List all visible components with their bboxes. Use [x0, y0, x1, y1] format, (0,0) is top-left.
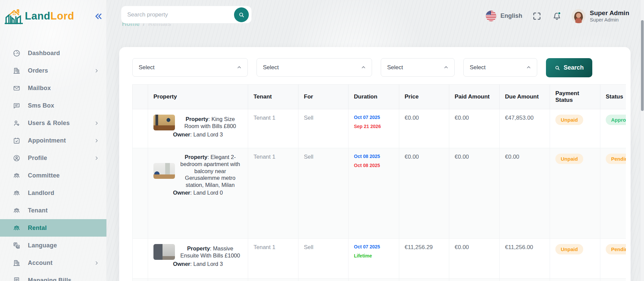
sidebar-item-label: Managing Bills: [28, 277, 99, 281]
table-row[interactable]: Property: Elegant 2-bedroom apartment wi…: [133, 148, 626, 239]
notifications-bell-icon[interactable]: [552, 11, 562, 21]
fullscreen-icon[interactable]: [532, 11, 542, 21]
sidebar-item-committee[interactable]: Committee: [0, 167, 106, 184]
empty-cell: [550, 279, 600, 281]
table-row[interactable]: [133, 279, 626, 281]
sidebar-item-rental[interactable]: Rental: [0, 219, 106, 237]
people-icon: [13, 207, 20, 214]
column-header-due-amount: Due Amount: [500, 85, 550, 109]
chevron-right-icon: [94, 138, 99, 143]
envelope-icon: [13, 84, 20, 92]
filter-select-3[interactable]: Select: [381, 58, 455, 77]
payment-status-badge: Unpaid: [555, 115, 583, 125]
user-role: Super Admin: [590, 17, 629, 23]
empty-cell: [133, 279, 148, 281]
property-cell: Property: Elegant 2-bedroom apartment wi…: [148, 148, 248, 239]
sidebar-item-managing-bills[interactable]: Managing Bills: [0, 272, 106, 281]
property-cell: Property: Massive Ensuite With Bills £10…: [148, 239, 248, 279]
price-cell: €0.00: [399, 148, 449, 239]
rentals-table: PropertyTenantForDurationPricePaid Amoun…: [132, 84, 626, 281]
column-header-duration: Duration: [349, 85, 399, 109]
filter-select-4[interactable]: Select: [463, 58, 537, 77]
status-cell: Approved: [600, 109, 626, 148]
page-scrollbar: [640, 0, 644, 281]
paid-amount-cell: €0.00: [449, 239, 500, 279]
sidebar-item-account[interactable]: Account: [0, 254, 106, 272]
empty-cell: [148, 279, 248, 281]
chevron-up-icon: [443, 65, 449, 70]
sidebar-collapse-icon[interactable]: [94, 12, 103, 21]
property-name: Property: King Size Room with Bills £800: [178, 116, 242, 130]
sidebar-item-dashboard[interactable]: Dashboard: [0, 44, 106, 62]
sidebar-item-tenant[interactable]: Tenant: [0, 202, 106, 219]
sidebar-item-orders[interactable]: Orders: [0, 62, 106, 79]
duration-start-date: Oct 07 2025: [354, 115, 394, 120]
sidebar-item-label: Rental: [28, 225, 99, 232]
filter-select-1[interactable]: Select: [132, 58, 248, 77]
filter-select-value: Select: [139, 64, 236, 71]
search-button[interactable]: Search: [546, 58, 592, 77]
page-scrollbar-thumb[interactable]: [641, 20, 644, 111]
sidebar-item-label: Orders: [28, 67, 94, 74]
sidebar-item-profile[interactable]: Profile: [0, 149, 106, 167]
column-header-for: For: [298, 85, 349, 109]
property-owner: Owner: Land Lord 3: [153, 131, 242, 138]
property-cell: Property: King Size Room with Bills £800…: [148, 109, 248, 148]
sidebar-item-sms-box[interactable]: Sms Box: [0, 97, 106, 114]
us-flag-icon[interactable]: [486, 11, 496, 21]
sidebar-item-label: Sms Box: [28, 102, 99, 109]
paid-amount-cell: €0.00: [449, 148, 500, 239]
property-thumbnail[interactable]: [153, 115, 175, 130]
building-icon: [13, 67, 20, 75]
empty-cell: [298, 279, 349, 281]
sidebar-item-users-roles[interactable]: Users & Roles: [0, 114, 106, 132]
filter-select-value: Select: [387, 64, 443, 71]
column-header-paid-amount: Paid Amount: [449, 85, 500, 109]
due-amount-cell: €11,256.00: [500, 239, 550, 279]
sidebar-item-appointment[interactable]: Appointment: [0, 132, 106, 149]
chat-icon: [13, 102, 20, 110]
property-thumbnail[interactable]: [153, 163, 175, 179]
search-button-label: Search: [563, 64, 584, 71]
column-header-payment-status: Payment Status: [550, 85, 600, 109]
sidebar-menu: DashboardOrdersMailboxSms BoxUsers & Rol…: [0, 28, 106, 281]
sidebar-item-label: Committee: [28, 172, 99, 179]
user-menu[interactable]: Super Admin Super Admin: [590, 9, 629, 23]
user-avatar[interactable]: [571, 9, 586, 23]
language-selector[interactable]: English: [500, 12, 522, 19]
building-icon: [13, 259, 20, 267]
chevron-right-icon: [94, 121, 99, 126]
empty-cell: [600, 279, 626, 281]
user-circle-icon: [13, 154, 20, 162]
status-badge: Approved: [606, 115, 626, 125]
column-header-price: Price: [399, 85, 449, 109]
header-actions: English: [486, 0, 629, 32]
table-row[interactable]: Property: Massive Ensuite With Bills £10…: [133, 239, 626, 279]
filter-select-value: Select: [470, 64, 526, 71]
property-owner: Owner: Land Lord 3: [153, 261, 242, 267]
row-select-cell: [133, 239, 148, 279]
sidebar-item-language[interactable]: Language: [0, 237, 106, 254]
filter-select-2[interactable]: Select: [257, 58, 372, 77]
property-search-input[interactable]: [121, 11, 251, 18]
chevron-up-icon: [236, 65, 242, 70]
status-cell: Pending: [600, 239, 626, 279]
empty-cell: [399, 279, 449, 281]
duration-cell: Oct 07 2025Lifetime: [349, 239, 399, 279]
people-icon: [13, 224, 20, 232]
status-badge: Pending: [606, 154, 626, 164]
sidebar-item-label: Account: [28, 259, 94, 267]
search-submit-button[interactable]: [234, 7, 249, 22]
sidebar-item-landlord[interactable]: Landlord: [0, 184, 106, 202]
duration-lifetime: Lifetime: [354, 253, 394, 258]
sidebar-item-mailbox[interactable]: Mailbox: [0, 79, 106, 97]
landlord-house-logo-icon: [5, 8, 23, 25]
sidebar-item-label: Dashboard: [28, 50, 99, 57]
column-header-property: Property: [148, 85, 248, 109]
table-row[interactable]: Property: King Size Room with Bills £800…: [133, 109, 626, 148]
gauge-icon: [13, 49, 20, 57]
property-thumbnail[interactable]: [153, 244, 175, 260]
filters-row: SelectSelectSelectSelectSearch: [132, 58, 631, 77]
payment-status-cell: Unpaid: [550, 109, 600, 148]
filter-select-value: Select: [263, 64, 361, 71]
